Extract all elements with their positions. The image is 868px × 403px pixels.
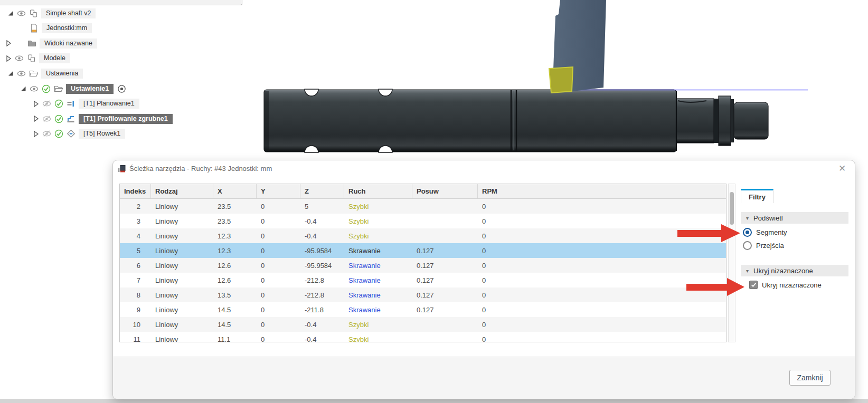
tree-row[interactable]: Modele xyxy=(0,53,70,64)
cell-ruch: Skrawanie xyxy=(344,243,412,258)
document-units-icon xyxy=(30,24,39,33)
cell-indeks: 8 xyxy=(120,287,151,302)
chevron-down-icon: ▾ xyxy=(746,268,749,274)
checkbox-ukryj-nizaznaczone[interactable]: Ukryj nizaznaczone xyxy=(749,281,822,289)
table-scrollbar[interactable] xyxy=(728,184,735,342)
tool-insert xyxy=(549,67,573,93)
cell-z: -95.9584 xyxy=(300,258,344,273)
tree-item-label[interactable]: Ustawienia xyxy=(41,69,83,79)
expand-triangle-icon[interactable] xyxy=(32,114,40,123)
cell-rodzaj: Liniowy xyxy=(151,214,213,228)
cell-rpm: 0 xyxy=(478,199,726,214)
cell-x: 14.5 xyxy=(213,302,257,317)
table-row[interactable]: 2Liniowy23.505Szybki0 xyxy=(120,199,726,214)
table-row-selected[interactable]: 5Liniowy12.30-95.9584Skrawanie0.1270 xyxy=(120,243,726,258)
checkbox-checked-icon[interactable] xyxy=(749,281,758,289)
scrollbar-thumb[interactable] xyxy=(730,192,734,225)
section-header-podswietl[interactable]: ▾ Podświetl xyxy=(741,212,848,224)
eye-icon[interactable] xyxy=(15,54,24,63)
table-row[interactable]: 11Liniowy11.10-0.4Szybki0 xyxy=(120,332,726,342)
expand-triangle-icon[interactable] xyxy=(32,100,40,108)
tree-indent-spacer xyxy=(17,24,30,33)
cell-z: -0.4 xyxy=(300,228,344,243)
cell-posuw xyxy=(412,199,478,214)
cell-z: -95.9584 xyxy=(300,243,344,258)
cell-rpm: 0 xyxy=(478,287,726,302)
eye-off-icon[interactable] xyxy=(42,114,51,123)
cell-y: 0 xyxy=(257,258,300,273)
tree-row[interactable]: Simple shaft v2 xyxy=(0,7,96,19)
close-icon[interactable]: ✕ xyxy=(837,164,847,174)
cell-y: 0 xyxy=(257,273,300,287)
radio-przejscia[interactable]: Przejścia xyxy=(743,241,784,250)
cell-rpm: 0 xyxy=(478,332,726,342)
cell-ruch: Szybki xyxy=(344,317,412,332)
cell-rodzaj: Liniowy xyxy=(151,287,213,302)
collapse-triangle-icon[interactable] xyxy=(6,69,15,78)
cell-rpm: 0 xyxy=(478,214,726,228)
cell-rodzaj: Liniowy xyxy=(151,258,213,273)
tree-row[interactable]: Ustawienia xyxy=(0,68,83,79)
section-header-ukryj[interactable]: ▾ Ukryj nizaznaczone xyxy=(741,265,848,276)
table-row[interactable]: 4Liniowy12.30-0.4Szybki0 xyxy=(120,228,726,243)
radio-button-icon[interactable] xyxy=(743,228,752,237)
cell-z: -212.8 xyxy=(300,287,344,302)
table-row[interactable]: 8Liniowy13.50-212.8Skrawanie0.1270 xyxy=(120,287,726,302)
cell-rpm: 0 xyxy=(478,228,726,243)
tree-item-label[interactable]: Modele xyxy=(39,53,70,63)
cell-posuw: 0.127 xyxy=(412,287,478,302)
op-profile-icon xyxy=(67,114,76,123)
target-icon[interactable] xyxy=(117,84,126,93)
dialog-title: Ścieżka narzędzia - Ruchy: #43 Jednostki… xyxy=(129,165,272,172)
tree-item-label[interactable]: Widoki nazwane xyxy=(40,39,97,49)
radio-button-icon[interactable] xyxy=(743,241,752,250)
tree-row[interactable]: Ustawienie1 xyxy=(0,83,126,94)
cell-z: 5 xyxy=(300,199,344,214)
zamknij-button[interactable]: Zamknij xyxy=(789,370,831,386)
tree-row[interactable]: Widoki nazwane xyxy=(0,37,97,49)
cell-indeks: 10 xyxy=(120,317,151,332)
collapse-triangle-icon[interactable] xyxy=(6,9,15,17)
screen-bottom-strip xyxy=(0,399,868,403)
tree-item-label[interactable]: Ustawienie1 xyxy=(66,84,114,94)
table-row[interactable]: 9Liniowy14.50-211.8Skrawanie0.1270 xyxy=(120,302,726,317)
cell-y: 0 xyxy=(257,332,300,342)
expand-triangle-icon[interactable] xyxy=(32,130,40,138)
expand-triangle-icon[interactable] xyxy=(4,39,13,47)
tree-item-label[interactable]: Simple shaft v2 xyxy=(41,8,96,18)
tree-row[interactable]: Jednostki:mm xyxy=(0,23,92,34)
expand-triangle-icon[interactable] xyxy=(4,54,13,63)
cell-y: 0 xyxy=(257,302,300,317)
check-icon[interactable] xyxy=(54,99,63,108)
folder-open-icon xyxy=(29,69,38,78)
tab-filters[interactable]: Filtry xyxy=(741,189,773,203)
folder-open-icon xyxy=(54,84,63,93)
toolpath-moves-dialog: Ścieżka narzędzia - Ruchy: #43 Jednostki… xyxy=(112,160,855,399)
eye-off-icon[interactable] xyxy=(42,129,51,138)
table-row[interactable]: 7Liniowy12.60-212.8Skrawanie0.1270 xyxy=(120,273,726,287)
column-header-z: Z xyxy=(300,184,344,198)
tree-item-label[interactable]: Jednostki:mm xyxy=(42,23,92,33)
table-row[interactable]: 10Liniowy14.50-0.4Szybki0 xyxy=(120,317,726,332)
radio-segmenty[interactable]: Segmenty xyxy=(743,228,787,237)
eye-off-icon[interactable] xyxy=(42,99,51,108)
cell-ruch: Szybki xyxy=(344,214,412,228)
tree-row[interactable]: [T1] Profilowanie zgrubne1 xyxy=(0,113,173,124)
check-icon[interactable] xyxy=(54,129,63,138)
eye-icon[interactable] xyxy=(17,9,26,18)
tree-row[interactable]: [T5] Rowek1 xyxy=(0,128,125,140)
collapse-triangle-icon[interactable] xyxy=(19,84,27,93)
check-icon[interactable] xyxy=(42,84,51,93)
check-icon[interactable] xyxy=(54,114,63,123)
op-groove-icon xyxy=(67,129,76,138)
eye-icon[interactable] xyxy=(17,69,26,78)
table-row[interactable]: 6Liniowy12.60-95.9584Skrawanie0.1270 xyxy=(120,258,726,273)
tree-item-label[interactable]: [T1] Profilowanie zgrubne1 xyxy=(79,114,173,124)
tree-item-label[interactable]: [T5] Rowek1 xyxy=(79,129,125,139)
table-row[interactable]: 3Liniowy23.50-0.4Szybki0 xyxy=(120,214,726,228)
browser-tree: Simple shaft v2Jednostki:mmWidoki nazwan… xyxy=(0,7,248,146)
tree-item-label[interactable]: [T1] Planowanie1 xyxy=(79,99,139,109)
eye-icon[interactable] xyxy=(30,84,39,93)
dialog-titlebar[interactable]: Ścieżka narzędzia - Ruchy: #43 Jednostki… xyxy=(113,160,855,176)
tree-row[interactable]: [T1] Planowanie1 xyxy=(0,98,139,110)
